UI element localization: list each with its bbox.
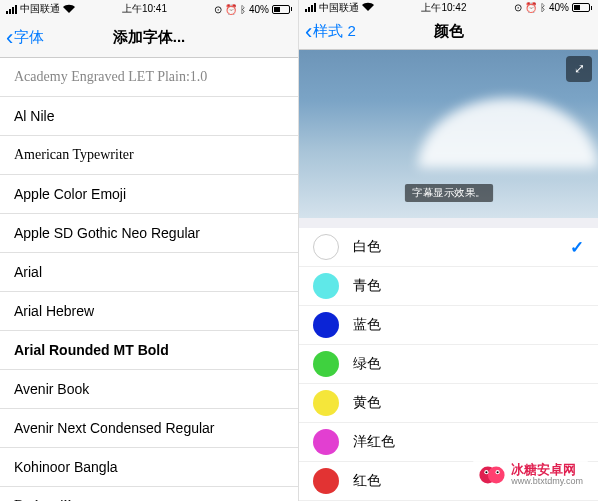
- signal-icon: [305, 3, 316, 12]
- back-label: 字体: [14, 28, 44, 47]
- list-item[interactable]: Academy Engraved LET Plain:1.0: [0, 58, 298, 97]
- svg-point-5: [497, 471, 499, 473]
- list-item[interactable]: Arial Rounded MT Bold: [0, 331, 298, 370]
- screen-fonts: 中国联通 上午10:41 ⊙ ⏰ ᛒ 40% ‹ 字体 添加字体... Acad…: [0, 0, 299, 501]
- chevron-left-icon: ‹: [305, 21, 312, 43]
- color-label: 黄色: [353, 394, 584, 412]
- color-swatch: [313, 468, 339, 494]
- color-item-white[interactable]: 白色 ✓: [299, 228, 598, 267]
- nav-bar: ‹ 样式 2 颜色: [299, 15, 598, 49]
- page-title: 添加字体...: [113, 28, 186, 47]
- expand-icon: ⤢: [574, 61, 585, 76]
- color-swatch: [313, 312, 339, 338]
- font-list: Academy Engraved LET Plain:1.0 Al Nile A…: [0, 58, 298, 501]
- preview-pane: ⤢ 字幕显示效果。: [299, 50, 598, 219]
- svg-point-1: [488, 467, 505, 484]
- color-label: 青色: [353, 277, 584, 295]
- color-swatch: [313, 234, 339, 260]
- list-item[interactable]: Avenir Next Condensed Regular: [0, 409, 298, 448]
- status-bar: 中国联通 上午10:42 ⊙ ⏰ ᛒ 40%: [299, 0, 598, 15]
- alarm-icon: ⏰: [525, 2, 537, 13]
- color-swatch: [313, 351, 339, 377]
- svg-point-4: [485, 471, 487, 473]
- color-label: 洋红色: [353, 433, 584, 451]
- carrier-label: 中国联通: [20, 2, 60, 16]
- color-swatch: [313, 429, 339, 455]
- expand-button[interactable]: ⤢: [566, 56, 592, 82]
- watermark-url: www.btxtdmy.com: [511, 477, 583, 487]
- back-button[interactable]: ‹ 样式 2: [299, 21, 362, 43]
- battery-percent: 40%: [249, 4, 269, 15]
- color-item-magenta[interactable]: 洋红色: [299, 423, 598, 462]
- color-item-cyan[interactable]: 青色: [299, 267, 598, 306]
- list-item[interactable]: Kohinoor Bangla: [0, 448, 298, 487]
- logo-icon: [478, 461, 506, 489]
- color-label: 绿色: [353, 355, 584, 373]
- battery-icon: [272, 5, 292, 14]
- battery-percent: 40%: [549, 2, 569, 13]
- watermark: 冰糖安卓网 www.btxtdmy.com: [473, 459, 588, 491]
- list-item[interactable]: Arial: [0, 253, 298, 292]
- list-item[interactable]: Arial Hebrew: [0, 292, 298, 331]
- wifi-icon: [362, 2, 374, 13]
- lock-icon: ⊙: [514, 2, 522, 13]
- bluetooth-icon: ᛒ: [540, 2, 546, 13]
- chevron-left-icon: ‹: [6, 27, 13, 49]
- list-item[interactable]: Baskerville: [0, 487, 298, 501]
- lock-icon: ⊙: [214, 4, 222, 15]
- color-label: 白色: [353, 238, 570, 256]
- list-item[interactable]: Avenir Book: [0, 370, 298, 409]
- status-bar: 中国联通 上午10:41 ⊙ ⏰ ᛒ 40%: [0, 0, 298, 18]
- alarm-icon: ⏰: [225, 4, 237, 15]
- signal-icon: [6, 5, 17, 14]
- subtitle-demo: 字幕显示效果。: [404, 184, 492, 202]
- time-label: 上午10:42: [421, 1, 466, 15]
- carrier-label: 中国联通: [319, 1, 359, 15]
- color-label: 蓝色: [353, 316, 584, 334]
- color-item-blue[interactable]: 蓝色: [299, 306, 598, 345]
- color-swatch: [313, 390, 339, 416]
- bluetooth-icon: ᛒ: [240, 4, 246, 15]
- color-item-green[interactable]: 绿色: [299, 345, 598, 384]
- page-title: 颜色: [434, 22, 464, 41]
- watermark-title: 冰糖安卓网: [511, 463, 583, 477]
- battery-icon: [572, 3, 592, 12]
- list-item[interactable]: Apple Color Emoji: [0, 175, 298, 214]
- color-swatch: [313, 273, 339, 299]
- back-label: 样式 2: [313, 22, 356, 41]
- list-item[interactable]: Apple SD Gothic Neo Regular: [0, 214, 298, 253]
- list-item[interactable]: American Typewriter: [0, 136, 298, 175]
- color-item-yellow[interactable]: 黄色: [299, 384, 598, 423]
- screen-colors: 中国联通 上午10:42 ⊙ ⏰ ᛒ 40% ‹ 样式 2 颜色 ⤢: [299, 0, 598, 501]
- list-item[interactable]: Al Nile: [0, 97, 298, 136]
- nav-bar: ‹ 字体 添加字体...: [0, 18, 298, 58]
- wifi-icon: [63, 4, 75, 15]
- checkmark-icon: ✓: [570, 237, 584, 258]
- time-label: 上午10:41: [122, 2, 167, 16]
- back-button[interactable]: ‹ 字体: [0, 27, 50, 49]
- cloud-decoration: [418, 98, 598, 168]
